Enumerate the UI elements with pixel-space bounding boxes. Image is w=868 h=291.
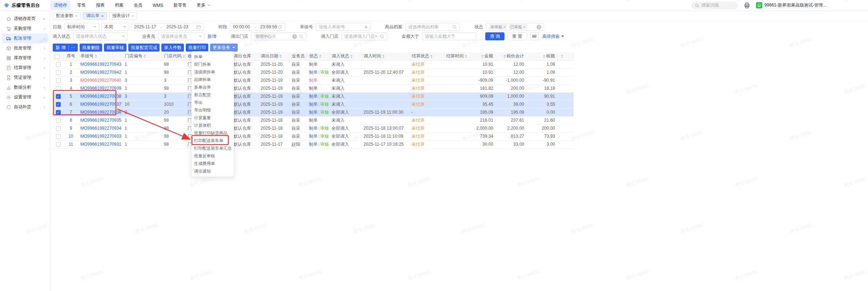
bill-link[interactable]: MO99661992270943 [80,62,121,67]
top-nav-item-5[interactable]: WMS [149,1,167,9]
salesman-select[interactable]: 请选择业务员 [158,32,205,40]
col-no[interactable]: 序号 [64,52,78,60]
top-nav-item-0[interactable]: 进销存 [50,1,71,10]
table-row[interactable]: ✓5MO9966199227093833门店...默认仓库2025-11-19自… [53,92,574,100]
date-range-input[interactable]: 2025-11-17→2025-11-23 [131,23,204,31]
bill-link[interactable]: MO99661992270931 [80,142,121,147]
more-menu-item-12[interactable]: 打印配送装车单汇总 [192,145,234,152]
advanced-search-link[interactable]: 高级搜索 [542,33,564,40]
col-extra[interactable] [557,52,574,60]
row-checkbox[interactable] [56,70,61,75]
out-store-select[interactable]: 管理中心× × [251,32,306,40]
row-checkbox[interactable] [56,118,61,123]
sort-icon[interactable] [319,54,321,58]
col-sales[interactable]: 业务员 [289,52,307,60]
sidebar-item-6[interactable]: 凭证管理› [2,73,48,82]
bill-link[interactable]: MO99661992270937 [80,102,121,107]
action-button-3[interactable]: 录入件数 [161,44,184,52]
top-nav-item-4[interactable]: 会员 [130,1,146,10]
col-tax[interactable]: 税额 [526,52,557,60]
sort-icon[interactable] [350,54,353,58]
action-button-4[interactable]: 批量打印 [186,44,208,52]
close-icon[interactable]: × [523,25,525,29]
table-row[interactable]: 10MO99661992270933198门店...默认仓库2025-11-18… [53,132,574,140]
bill-link[interactable]: MO99661992270934 [80,126,121,131]
more-menu-item-11[interactable]: 打印配送装车单 [192,137,234,145]
sort-icon[interactable] [503,54,506,58]
sort-icon[interactable] [430,54,433,58]
table-row[interactable]: 3MO9966199227094033门店...默认仓库2025-11-19自采… [53,76,574,84]
col-bill[interactable]: 单据号 [78,52,122,60]
sidebar-item-0[interactable]: 进销存首页« [2,14,48,24]
col-store_no[interactable]: 门店编号 [122,52,162,60]
sidebar-item-5[interactable]: 结算管理› [2,63,48,73]
sort-icon[interactable] [481,54,483,58]
more-menu-item-7[interactable]: 导出明细 [192,106,234,114]
sidebar-item-1[interactable]: 采购管理› [2,24,48,33]
col-status[interactable]: 状态 [307,52,329,60]
top-nav-item-6[interactable]: 新零售 [170,1,190,10]
table-row[interactable]: 8MO99661992270935198门店...默认仓库2025-11-18自… [53,116,574,124]
action-button-0[interactable]: 批量删除 [80,44,102,52]
sidebar-item-9[interactable]: 自动补货› [2,102,48,112]
table-row[interactable]: 9MO99661992270934198门店...默认仓库2025-11-18自… [53,124,574,132]
collapse-sidebar-icon[interactable]: « [43,16,45,21]
sort-icon[interactable] [543,54,545,58]
sidebar-item-4[interactable]: 库存管理› [2,53,48,63]
action-button-2[interactable]: 批量配货完成 [128,44,160,52]
sidebar-item-3[interactable]: 批发管理› [2,43,48,53]
close-icon[interactable]: × [503,25,506,29]
top-nav-item-2[interactable]: 报表 [92,1,108,10]
close-icon[interactable]: × [75,14,77,18]
sort-icon[interactable] [280,54,282,58]
more-menu-item-14[interactable]: 生成费用单 [192,160,234,167]
sort-icon[interactable] [465,54,467,58]
bill-link[interactable]: MO99661992270933 [80,134,121,139]
col-in_time[interactable]: 调入时间 [361,52,409,60]
sidebar-item-8[interactable]: 设置管理› [2,92,48,102]
more-menu-item-13[interactable]: 批量反审核 [192,152,234,160]
sort-icon[interactable] [95,54,97,58]
current-user[interactable]: 99661-新界面果蔬版测试-管理... [756,2,827,8]
bill-link[interactable]: MO99661992270939 [80,86,121,91]
more-menu-item-15[interactable]: 调出通知 [192,167,234,175]
in-store-select[interactable]: 请选择调入门店 [341,32,387,40]
status-multiselect[interactable]: 未审核× 已审核× × [486,23,544,31]
table-row[interactable]: 1MO99661992270943198门店...默认仓库2025-11-20自… [53,60,574,68]
global-search-input[interactable]: 搜索功能 [691,1,738,9]
status-tag-unaudited[interactable]: 未审核× [489,24,507,30]
bill-no-input[interactable]: 请输入单据号+ [316,23,370,31]
row-checkbox[interactable]: ✓ [56,110,61,115]
row-checkbox[interactable]: ✓ [56,94,61,99]
column-settings-button[interactable] [530,32,539,40]
row-checkbox[interactable] [56,126,61,131]
tab-1[interactable]: 调出单× [83,12,107,20]
select-all-checkbox[interactable] [55,54,60,59]
row-checkbox[interactable] [56,142,61,147]
row-checkbox[interactable] [56,62,61,67]
plus-icon[interactable]: + [365,24,367,29]
close-icon[interactable]: × [101,14,103,18]
row-checkbox[interactable] [56,86,61,91]
col-in_status[interactable]: 调入状态 [329,52,361,60]
col-store_code[interactable]: 门店代码 [162,52,185,60]
clear-icon[interactable]: × [537,25,541,29]
goods-select[interactable]: 请选择商品档案 [405,23,460,31]
add-more-button[interactable]: ⋯ [69,45,78,50]
top-nav-item-3[interactable]: 档案 [111,1,127,10]
more-menu-item-8[interactable]: 计算重量 [192,114,234,122]
time-range-input[interactable]: 00:00:00→23:59:59 [230,23,285,31]
bill-link[interactable]: MO99661992270935 [80,118,121,123]
more-menu-item-5[interactable]: 新店配货 [192,91,234,99]
printer-icon[interactable] [744,2,750,9]
col-settle[interactable]: 结算状态 [409,52,444,60]
date-preset-select[interactable]: 本周 [101,23,129,31]
table-row[interactable]: ✓6MO99661992270937101010门店...默认仓库2025-11… [53,100,574,108]
more-menu-item-4[interactable]: 多单合并 [192,84,234,91]
bill-link[interactable]: MO99661992270942 [80,70,121,75]
sidebar-item-2[interactable]: 配送管理› [2,33,48,43]
col-tax_total[interactable]: 税价合计 [495,52,526,60]
col-wh[interactable]: 调出仓库 [231,52,258,60]
more-menu-item-0[interactable]: 拆单 [192,53,234,61]
bill-link[interactable]: MO99661992270936 [80,110,121,115]
